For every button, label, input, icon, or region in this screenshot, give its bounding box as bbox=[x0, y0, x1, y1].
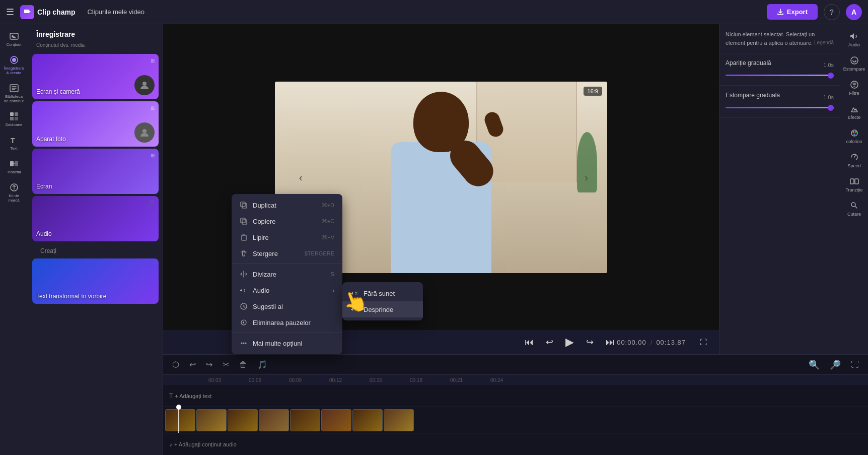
menu-icon[interactable]: ☰ bbox=[6, 7, 14, 18]
context-menu: Duplicat ⌘+D Copiere ⌘+C Lipire ⌘+V Șter… bbox=[232, 194, 342, 354]
fit-timeline-button[interactable]: ⛶ bbox=[848, 358, 862, 371]
sidebar-item-brand[interactable]: Kit de marcă bbox=[2, 179, 26, 206]
media-card-screen-camera[interactable]: Ecran și cameră ⊞ bbox=[32, 54, 159, 99]
video-clip-7[interactable] bbox=[352, 409, 383, 431]
video-clip-1[interactable] bbox=[165, 409, 195, 431]
skip-back-button[interactable]: ⏮ bbox=[523, 335, 536, 350]
export-button[interactable]: Export bbox=[767, 4, 818, 20]
svg-rect-27 bbox=[241, 202, 245, 207]
sidebar-item-media[interactable]: Conținut bbox=[2, 28, 26, 50]
context-menu-divider-2 bbox=[232, 333, 342, 333]
timeline-body: 00:03 00:06 00:09 00:12 00:15 00:18 00:2… bbox=[163, 375, 868, 455]
video-clip-5[interactable] bbox=[290, 409, 320, 431]
avatar[interactable]: A bbox=[846, 4, 862, 20]
zoom-out-button[interactable]: 🔍 bbox=[806, 357, 823, 372]
video-clip-2[interactable] bbox=[196, 409, 227, 431]
context-menu-paste[interactable]: Lipire ⌘+V bbox=[232, 229, 342, 245]
delete-button[interactable]: 🗑 bbox=[236, 358, 250, 371]
context-menu-copy[interactable]: Copiere ⌘+C bbox=[232, 213, 342, 229]
context-menu-silence[interactable]: Eliminarea pauzelor bbox=[232, 314, 342, 331]
play-pause-button[interactable]: ▶ bbox=[563, 334, 576, 351]
undo-button[interactable]: ↩ bbox=[186, 358, 199, 371]
right-icons-panel: Audio Estompare Filtre Efecte colorion bbox=[840, 24, 868, 354]
fullscreen-button[interactable]: ⛶ bbox=[698, 336, 709, 348]
camera-thumbnail bbox=[134, 75, 155, 95]
video-clip-3[interactable] bbox=[228, 409, 258, 431]
right-icon-transition[interactable]: Tranziție bbox=[842, 173, 866, 196]
context-menu-split[interactable]: Divizare S bbox=[232, 266, 342, 282]
add-text-button[interactable]: T + Adăugați text bbox=[165, 391, 215, 402]
sidebar-item-transitions[interactable]: Tranziții bbox=[2, 156, 26, 177]
svg-rect-29 bbox=[241, 218, 245, 223]
context-menu-more[interactable]: Mai multe opțiuni bbox=[232, 335, 342, 351]
svg-point-4 bbox=[12, 58, 16, 62]
sidebar-item-record[interactable]: Înregistrare & create bbox=[2, 52, 26, 78]
svg-point-20 bbox=[852, 131, 854, 133]
rewind-button[interactable]: ↩ bbox=[544, 335, 555, 350]
redo-button[interactable]: ↪ bbox=[203, 358, 215, 371]
svg-rect-0 bbox=[24, 10, 29, 13]
submenu-detach[interactable]: Desprinde bbox=[342, 301, 423, 317]
zoom-in-button[interactable]: 🔎 bbox=[827, 357, 844, 372]
sidebar-item-templates[interactable]: Șabloane bbox=[2, 108, 26, 130]
svg-point-15 bbox=[142, 82, 147, 86]
my-videos-tab[interactable]: Clipurile mele video bbox=[81, 5, 150, 19]
video-clip-4[interactable] bbox=[259, 409, 289, 431]
ruler-mark-5: 00:18 bbox=[410, 377, 422, 383]
app-logo: Clip champ bbox=[20, 5, 75, 19]
svg-rect-26 bbox=[242, 204, 247, 208]
video-clip-6[interactable] bbox=[321, 409, 351, 431]
cut-button[interactable]: ✂ bbox=[220, 358, 232, 371]
context-menu-duplicate[interactable]: Duplicat ⌘+D bbox=[232, 197, 342, 213]
add-audio-button[interactable]: ♪ + Adăugați conținut audio bbox=[165, 439, 241, 450]
forward-button[interactable]: ↪ bbox=[584, 335, 596, 350]
timeline-ruler: 00:03 00:06 00:09 00:12 00:15 00:18 00:2… bbox=[163, 375, 868, 385]
media-card-camera[interactable]: Aparat foto ⊞ bbox=[32, 101, 159, 147]
right-icon-speed[interactable]: Speed bbox=[842, 149, 866, 171]
sidebar-item-text[interactable]: T Text bbox=[2, 132, 26, 154]
svg-point-21 bbox=[855, 131, 857, 133]
media-grid: Ecran și cameră ⊞ Aparat foto ⊞ bbox=[28, 52, 163, 455]
context-menu-audio[interactable]: Audio › Fără sunet Desprinde bbox=[232, 282, 342, 298]
logo-icon bbox=[20, 5, 34, 19]
context-menu-delete[interactable]: Ștergere $TERGERE bbox=[232, 245, 342, 262]
fade-in-track[interactable] bbox=[726, 75, 834, 76]
current-time: 00:00.00 bbox=[617, 339, 646, 346]
create-section-label: Creați bbox=[32, 243, 159, 256]
svg-point-33 bbox=[241, 343, 243, 344]
right-icon-audio[interactable]: Audio bbox=[842, 28, 866, 50]
fade-in-label: Apariție graduală bbox=[726, 59, 771, 67]
context-menu-suggestions[interactable]: Sugestii al bbox=[232, 298, 342, 314]
video-clip-8[interactable] bbox=[384, 409, 414, 431]
right-icon-fade[interactable]: Estompare bbox=[842, 52, 866, 75]
right-icon-filters[interactable]: Filtre bbox=[842, 77, 866, 99]
right-icon-cutare[interactable]: Cutare bbox=[842, 198, 866, 220]
timeline-toolbar: ⬡ ↩ ↪ ✂ 🗑 🎵 🔍 🔎 ⛶ bbox=[163, 355, 868, 375]
svg-rect-12 bbox=[10, 161, 14, 166]
svg-rect-28 bbox=[242, 220, 247, 224]
media-card-screen[interactable]: Ecran ⊞ bbox=[32, 149, 159, 194]
right-icon-color[interactable]: colorion bbox=[842, 125, 866, 147]
panel-header: Înregistrare bbox=[28, 24, 163, 42]
expand-right-button[interactable]: › bbox=[585, 171, 588, 183]
ruler-mark-3: 00:12 bbox=[329, 377, 342, 383]
fade-out-value: 1.0s bbox=[823, 94, 834, 100]
ruler-marks: 00:03 00:06 00:09 00:12 00:15 00:18 00:2… bbox=[188, 375, 868, 385]
media-card-audio[interactable]: Audio 🎵 bbox=[32, 196, 159, 241]
expand-left-button[interactable]: ‹ bbox=[299, 171, 303, 183]
svg-rect-13 bbox=[15, 161, 18, 166]
topbar: ☰ Clip champ Clipurile mele video Export… bbox=[0, 0, 868, 24]
right-icon-effects[interactable]: Efecte bbox=[842, 101, 866, 123]
svg-rect-8 bbox=[15, 112, 18, 116]
media-card-tts[interactable]: Text transformat în vorbire bbox=[32, 258, 159, 304]
audio-track-button[interactable]: 🎵 bbox=[254, 358, 270, 371]
sidebar-item-library[interactable]: Biblioteca de conținut bbox=[2, 80, 26, 106]
timeline-tracks: 00:03 00:06 00:09 00:12 00:15 00:18 00:2… bbox=[163, 375, 868, 455]
svg-rect-30 bbox=[242, 235, 246, 240]
skip-forward-button[interactable]: ⏭ bbox=[604, 335, 617, 350]
svg-point-34 bbox=[243, 343, 245, 344]
help-button[interactable]: ? bbox=[824, 4, 840, 20]
select-tool[interactable]: ⬡ bbox=[169, 358, 182, 371]
fade-out-track[interactable] bbox=[726, 107, 834, 108]
submenu-mute[interactable]: Fără sunet bbox=[342, 285, 423, 301]
